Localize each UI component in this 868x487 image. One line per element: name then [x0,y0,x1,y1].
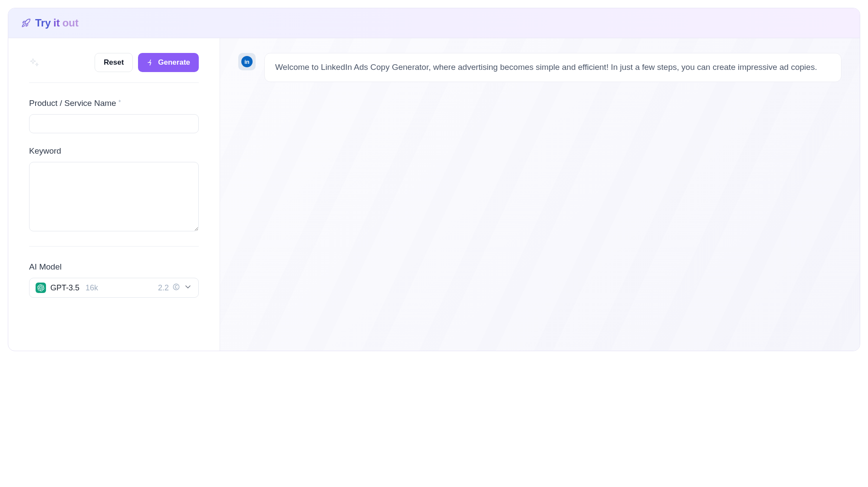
title-word-out: out [62,17,79,29]
sidebar: Reset Generate Product / Service Name * [8,38,220,351]
model-size: 16k [85,283,98,293]
model-name: GPT-3.5 [50,283,79,293]
avatar: in [238,53,256,70]
model-select[interactable]: GPT-3.5 16k 2.2 [29,278,199,298]
product-input[interactable] [29,114,199,133]
generate-button-label: Generate [158,58,190,67]
bolt-icon [147,59,155,66]
required-indicator: * [118,99,121,105]
page-title: Try it out [35,17,79,29]
output-area: in Welcome to LinkedIn Ads Copy Generato… [220,38,860,351]
welcome-text: Welcome to LinkedIn Ads Copy Generator, … [264,53,842,82]
rocket-icon [21,18,31,28]
divider [29,82,199,83]
model-label: AI Model [29,262,199,272]
header: Try it out [8,8,860,38]
product-label: Product / Service Name * [29,99,199,108]
openai-icon [36,283,46,293]
keyword-label: Keyword [29,146,199,156]
sparkle-icon [29,57,39,68]
generate-button[interactable]: Generate [138,53,199,72]
product-field-group: Product / Service Name * [29,99,199,133]
title-word-try: Try [35,17,51,29]
title-word-it: it [53,17,60,29]
linkedin-icon: in [241,56,253,67]
app-container: Try it out Reset [8,8,860,351]
keyword-field-group: Keyword [29,146,199,233]
svg-point-0 [173,284,179,290]
keyword-textarea[interactable] [29,162,199,231]
chat-message: in Welcome to LinkedIn Ads Copy Generato… [238,53,842,82]
divider [29,246,199,247]
reset-button[interactable]: Reset [95,53,133,72]
credit-icon [172,283,180,293]
model-field-group: AI Model GPT-3.5 16k 2.2 [29,262,199,298]
chevron-down-icon [184,283,192,293]
model-meta: 2.2 [158,283,192,293]
action-buttons: Reset Generate [95,53,199,72]
actions-row: Reset Generate [29,53,199,72]
body-content: Reset Generate Product / Service Name * [8,38,860,351]
model-cost: 2.2 [158,283,169,293]
